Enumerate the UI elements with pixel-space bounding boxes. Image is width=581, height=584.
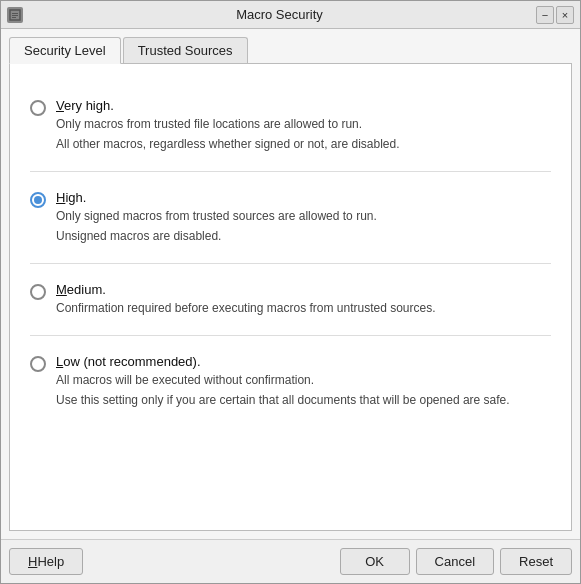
option-medium-desc1: Confirmation required before executing m… xyxy=(56,299,436,317)
radio-medium[interactable] xyxy=(30,284,46,300)
reset-button[interactable]: Reset xyxy=(500,548,572,575)
radio-high-dot xyxy=(34,196,42,204)
close-button[interactable]: × xyxy=(556,6,574,24)
svg-rect-3 xyxy=(12,17,16,18)
window-title: Macro Security xyxy=(27,7,532,22)
option-low-desc1: All macros will be executed without conf… xyxy=(56,371,510,389)
security-level-panel: Very high. Only macros from trusted file… xyxy=(9,64,572,531)
option-very-high-desc2: All other macros, regardless whether sig… xyxy=(56,135,400,153)
option-high-title: High. xyxy=(56,190,377,205)
option-high-desc1: Only signed macros from trusted sources … xyxy=(56,207,377,225)
option-very-high-desc1: Only macros from trusted file locations … xyxy=(56,115,400,133)
option-low: Low (not recommended). All macros will b… xyxy=(30,336,551,427)
option-medium: Medium. Confirmation required before exe… xyxy=(30,264,551,335)
radio-high[interactable] xyxy=(30,192,46,208)
svg-rect-1 xyxy=(12,13,18,14)
option-low-title: Low (not recommended). xyxy=(56,354,510,369)
option-high-desc2: Unsigned macros are disabled. xyxy=(56,227,377,245)
option-very-high-title: Very high. xyxy=(56,98,400,113)
window-controls: − × xyxy=(536,6,574,24)
dialog-footer: HHelp OK Cancel Reset xyxy=(1,539,580,583)
svg-rect-2 xyxy=(12,15,18,16)
tab-trusted-sources[interactable]: Trusted Sources xyxy=(123,37,248,63)
tab-security-level[interactable]: Security Level xyxy=(9,37,121,64)
tab-bar: Security Level Trusted Sources xyxy=(9,37,572,64)
help-button[interactable]: HHelp xyxy=(9,548,83,575)
radio-very-high[interactable] xyxy=(30,100,46,116)
app-icon xyxy=(7,7,23,23)
ok-button[interactable]: OK xyxy=(340,548,410,575)
macro-security-dialog: Macro Security − × Security Level Truste… xyxy=(0,0,581,584)
minimize-button[interactable]: − xyxy=(536,6,554,24)
option-low-desc2: Use this setting only if you are certain… xyxy=(56,391,510,409)
option-high: High. Only signed macros from trusted so… xyxy=(30,172,551,263)
radio-low[interactable] xyxy=(30,356,46,372)
option-medium-title: Medium. xyxy=(56,282,436,297)
option-very-high: Very high. Only macros from trusted file… xyxy=(30,80,551,171)
title-bar: Macro Security − × xyxy=(1,1,580,29)
cancel-button[interactable]: Cancel xyxy=(416,548,494,575)
dialog-content: Security Level Trusted Sources Very high… xyxy=(1,29,580,539)
